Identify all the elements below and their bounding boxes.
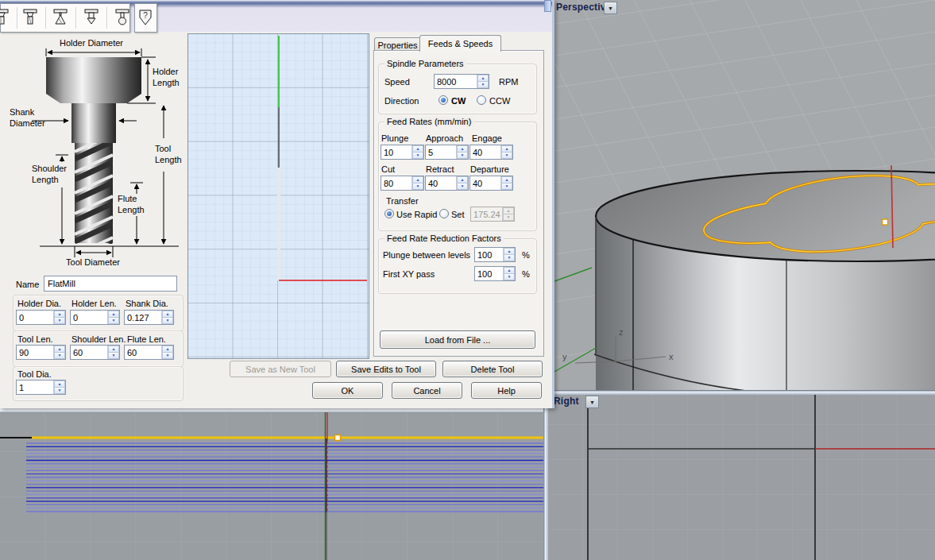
spinner-down-icon[interactable]: ▼ — [477, 81, 489, 88]
save-edits-to-tool-button[interactable]: Save Edits to Tool — [336, 361, 436, 377]
spinner-up-icon[interactable]: ▲ — [457, 145, 468, 152]
viewport-top-border[interactable] — [548, 390, 935, 395]
curve-point-marker[interactable] — [883, 219, 888, 225]
perspective-canvas[interactable]: z x y — [554, 0, 935, 390]
spinner-up-icon[interactable]: ▲ — [501, 145, 512, 152]
spinner-buttons[interactable]: ▲▼ — [161, 311, 173, 324]
approach-input[interactable] — [426, 145, 456, 159]
first-xy-pass-input[interactable] — [475, 267, 503, 280]
spinner-down-icon[interactable]: ▼ — [504, 273, 515, 280]
set-radio[interactable] — [439, 209, 449, 218]
tool-dia-input[interactable] — [17, 380, 53, 394]
spinner-down-icon[interactable]: ▼ — [54, 352, 65, 359]
spinner-up-icon[interactable]: ▲ — [162, 311, 173, 317]
spinner-up-icon[interactable]: ▲ — [54, 311, 65, 317]
holder-len-input[interactable] — [71, 311, 107, 324]
ccw-radio[interactable] — [477, 95, 486, 105]
delete-tool-button[interactable]: Delete Tool — [442, 361, 543, 377]
use-rapid-radio[interactable] — [384, 209, 394, 218]
spinner-up-icon[interactable]: ▲ — [162, 346, 173, 352]
spinner-down-icon[interactable]: ▼ — [457, 152, 468, 159]
spinner-down-icon[interactable]: ▼ — [501, 183, 512, 190]
spinner-down-icon[interactable]: ▼ — [108, 352, 119, 359]
spinner-down-icon[interactable]: ▼ — [108, 317, 119, 324]
spinner-down-icon[interactable]: ▼ — [412, 183, 423, 190]
flute-len-input[interactable] — [125, 346, 161, 359]
tool-name-input[interactable] — [44, 276, 176, 291]
retract-input[interactable] — [426, 176, 456, 190]
spinner-buttons[interactable]: ▲▼ — [107, 346, 119, 359]
spinner-buttons[interactable]: ▲▼ — [411, 176, 423, 190]
toolbar-button-flat-end-mill[interactable] — [18, 6, 42, 29]
viewport-divider[interactable] — [543, 407, 548, 560]
ok-label: OK — [342, 386, 354, 396]
spinner-down-icon[interactable]: ▼ — [504, 254, 515, 261]
right-viewport-label[interactable]: Right — [554, 396, 579, 407]
spinner-buttons[interactable]: ▲▼ — [503, 267, 515, 280]
spinner-up-icon[interactable]: ▲ — [108, 311, 119, 317]
spinner-up-icon[interactable]: ▲ — [501, 176, 512, 183]
spinner-up-icon[interactable]: ▲ — [504, 248, 515, 254]
spinner-buttons[interactable]: ▲▼ — [53, 346, 65, 359]
tool-len-input[interactable] — [17, 346, 53, 359]
spinner-buttons[interactable]: ▲▼ — [53, 380, 65, 394]
load-from-file-button[interactable]: Load from File ... — [380, 330, 535, 349]
spinner-buttons[interactable]: ▲▼ — [411, 145, 423, 159]
spinner-buttons[interactable]: ▲▼ — [503, 248, 515, 261]
spinner-buttons[interactable]: ▲▼ — [53, 311, 65, 324]
spinner-buttons[interactable]: ▲▼ — [456, 176, 468, 190]
ok-button[interactable]: OK — [312, 382, 383, 399]
spinner-up-icon[interactable]: ▲ — [412, 176, 423, 183]
front-canvas[interactable] — [0, 407, 548, 560]
spinner-buttons[interactable]: ▲▼ — [456, 145, 468, 159]
spinner-down-icon[interactable]: ▼ — [162, 352, 173, 359]
shoulder-len-input[interactable] — [71, 346, 107, 359]
toolbar-button-drill[interactable] — [79, 6, 103, 29]
spinner-down-icon[interactable]: ▼ — [457, 183, 468, 190]
perspective-viewport-menu-button[interactable]: ▼ — [604, 2, 617, 14]
help-button[interactable]: Help — [471, 382, 542, 399]
toolbar-button-end-mill-partial[interactable] — [0, 6, 14, 29]
holder-dia-input[interactable] — [17, 311, 53, 324]
right-viewport-menu-button[interactable]: ▼ — [585, 396, 599, 408]
set-feed-input[interactable] — [471, 207, 502, 221]
curve-point-marker[interactable] — [335, 435, 341, 441]
cancel-button[interactable]: Cancel — [392, 382, 462, 399]
shank-dia-input[interactable] — [125, 311, 161, 324]
ball-end-mill-icon — [114, 7, 130, 29]
spinner-buttons[interactable]: ▲▼ — [500, 145, 512, 159]
spinner-up-icon[interactable]: ▲ — [54, 346, 65, 352]
cut-input[interactable] — [381, 176, 411, 190]
spinner-buttons[interactable]: ▲▼ — [161, 346, 173, 359]
spinner-down-icon[interactable]: ▼ — [501, 152, 512, 159]
right-viewport[interactable]: Right ▼ — [548, 390, 935, 560]
front-viewport[interactable] — [0, 407, 548, 560]
tool-preview-panel[interactable] — [187, 33, 369, 359]
spinner-buttons[interactable]: ▲▼ — [477, 75, 489, 88]
spinner-up-icon[interactable]: ▲ — [457, 176, 468, 183]
plunge-input[interactable] — [381, 145, 411, 159]
perspective-viewport[interactable]: z x y Perspective ▼ — [554, 0, 935, 390]
spinner-down-icon[interactable]: ▼ — [162, 317, 173, 324]
spinner-down-icon[interactable]: ▼ — [54, 317, 65, 324]
save-as-new-tool-button[interactable]: Save as New Tool — [230, 361, 331, 377]
cw-radio[interactable] — [439, 95, 448, 105]
plunge-between-levels-input[interactable] — [475, 248, 503, 261]
engage-input[interactable] — [470, 145, 500, 159]
spinner-up-icon[interactable]: ▲ — [54, 380, 65, 387]
spinner-up-icon[interactable]: ▲ — [504, 267, 515, 273]
spinner-down-icon[interactable]: ▼ — [54, 387, 65, 394]
spinner-buttons[interactable]: ▲▼ — [500, 176, 512, 190]
toolbar-button-help[interactable]: ? — [133, 6, 157, 29]
tab-feeds-speeds[interactable]: Feeds & Speeds — [419, 35, 501, 52]
departure-input[interactable] — [470, 176, 500, 190]
spinner-up-icon[interactable]: ▲ — [108, 346, 119, 352]
speed-input[interactable] — [435, 75, 477, 88]
toolbar-button-taper-mill[interactable] — [48, 6, 72, 29]
spinner-up-icon[interactable]: ▲ — [477, 75, 489, 81]
spinner-down-icon[interactable]: ▼ — [412, 152, 423, 159]
spinner-buttons[interactable]: ▲▼ — [107, 311, 119, 324]
right-canvas[interactable] — [548, 390, 935, 560]
spinner-up-icon[interactable]: ▲ — [412, 145, 423, 152]
toolbar-button-ball-end-mill[interactable] — [110, 6, 134, 29]
